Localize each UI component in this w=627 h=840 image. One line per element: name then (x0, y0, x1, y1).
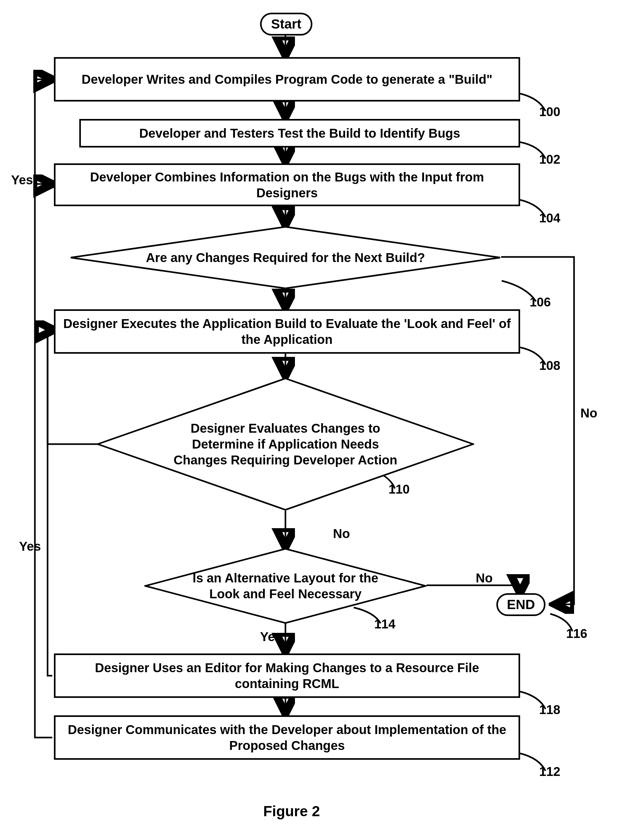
process-118-text: Designer Uses an Editor for Making Chang… (62, 660, 512, 692)
process-108-text: Designer Executes the Application Build … (62, 316, 512, 347)
decision-106-text: Are any Changes Required for the Next Bu… (70, 226, 501, 289)
process-100-text: Developer Writes and Compiles Program Co… (82, 71, 492, 87)
label-no-110: No (333, 526, 350, 541)
process-102-text: Developer and Testers Test the Build to … (139, 125, 460, 141)
process-100: Developer Writes and Compiles Program Co… (54, 57, 520, 101)
label-no-106: No (580, 406, 597, 420)
decision-114: Is an Alternative Layout for the Look an… (144, 548, 427, 624)
process-108: Designer Executes the Application Build … (54, 309, 520, 354)
ref-114: 114 (374, 617, 395, 631)
process-118: Designer Uses an Editor for Making Chang… (54, 654, 520, 698)
decision-110-text: Designer Evaluates Changes to Determine … (97, 378, 474, 511)
ref-110: 110 (389, 482, 410, 496)
ref-112: 112 (539, 764, 561, 779)
process-112-text: Designer Communicates with the Developer… (62, 722, 512, 753)
label-yes-114: Yes (260, 630, 282, 644)
end-terminator: END (496, 593, 545, 616)
ref-102: 102 (539, 152, 561, 167)
ref-100: 100 (539, 105, 561, 119)
ref-116: 116 (566, 627, 588, 641)
ref-118: 118 (539, 703, 561, 717)
label-yes-110: Yes (19, 539, 41, 553)
start-text: Start (271, 16, 302, 33)
ref-104: 104 (539, 211, 561, 225)
label-no-114: No (476, 571, 493, 585)
process-102: Developer and Testers Test the Build to … (79, 119, 520, 148)
figure-caption: Figure 2 (263, 802, 320, 820)
process-104-text: Developer Combines Information on the Bu… (62, 169, 512, 201)
label-yes-outer: Yes (11, 173, 33, 187)
decision-110: Designer Evaluates Changes to Determine … (97, 378, 474, 511)
end-text: END (507, 596, 535, 613)
decision-114-text: Is an Alternative Layout for the Look an… (144, 548, 427, 624)
process-104: Developer Combines Information on the Bu… (54, 163, 520, 206)
start-terminator: Start (260, 13, 312, 36)
decision-106: Are any Changes Required for the Next Bu… (70, 226, 501, 289)
ref-108: 108 (539, 358, 561, 373)
process-112: Designer Communicates with the Developer… (54, 715, 520, 760)
ref-106: 106 (529, 295, 551, 309)
flowchart-canvas: Start Developer Writes and Compiles Prog… (0, 0, 627, 840)
